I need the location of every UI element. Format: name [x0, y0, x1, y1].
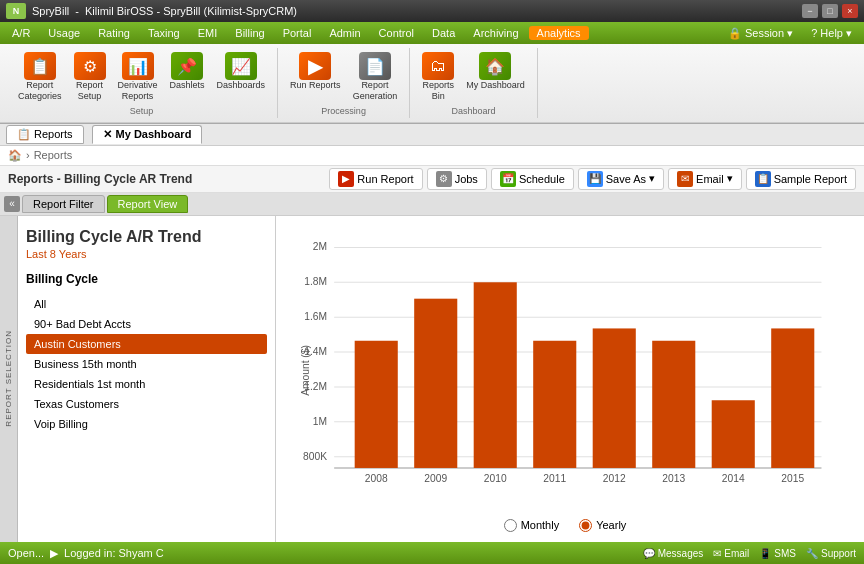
- run-reports-icon: ▶: [299, 52, 331, 80]
- svg-text:2012: 2012: [603, 473, 626, 484]
- collapse-button[interactable]: «: [4, 196, 20, 212]
- run-report-label: Run Report: [357, 173, 413, 185]
- sample-report-button[interactable]: 📋 Sample Report: [746, 168, 856, 190]
- email-button[interactable]: ✉ Email ▾: [668, 168, 742, 190]
- ribbon-content: 📋 ReportCategories ⚙ ReportSetup 📊 Deriv…: [0, 44, 864, 123]
- dashboard-group-label: Dashboard: [451, 106, 495, 116]
- menu-usage[interactable]: Usage: [40, 25, 88, 41]
- tab-report-view[interactable]: Report View: [107, 195, 189, 213]
- radio-yearly-label[interactable]: Yearly: [579, 519, 626, 532]
- menu-portal[interactable]: Portal: [275, 25, 320, 41]
- tab-report-filter[interactable]: Report Filter: [22, 195, 105, 213]
- svg-text:2M: 2M: [313, 241, 327, 252]
- open-arrow-icon[interactable]: ▶: [50, 547, 58, 560]
- svg-text:1M: 1M: [313, 415, 327, 426]
- run-report-button[interactable]: ▶ Run Report: [329, 168, 422, 190]
- ribbon-setup-buttons: 📋 ReportCategories ⚙ ReportSetup 📊 Deriv…: [14, 50, 269, 104]
- reports-bin-button[interactable]: 🗂 ReportsBin: [418, 50, 458, 104]
- svg-text:800K: 800K: [303, 450, 327, 461]
- menu-taxing[interactable]: Taxing: [140, 25, 188, 41]
- run-reports-label: Run Reports: [290, 80, 341, 91]
- report-categories-button[interactable]: 📋 ReportCategories: [14, 50, 66, 104]
- tab-reports[interactable]: 📋 Reports: [6, 125, 84, 144]
- sms-item[interactable]: 📱 SMS: [759, 548, 796, 559]
- sms-label: SMS: [774, 548, 796, 559]
- dashlets-icon: 📌: [171, 52, 203, 80]
- tab-my-dashboard[interactable]: ✕ My Dashboard: [92, 125, 203, 144]
- support-label: Support: [821, 548, 856, 559]
- messages-label: Messages: [658, 548, 704, 559]
- report-generation-button[interactable]: 📄 ReportGeneration: [349, 50, 402, 104]
- radio-monthly-label[interactable]: Monthly: [504, 519, 560, 532]
- svg-text:2009: 2009: [424, 473, 447, 484]
- menu-help[interactable]: ? Help ▾: [803, 25, 860, 42]
- menu-data[interactable]: Data: [424, 25, 463, 41]
- derivative-reports-label: DerivativeReports: [118, 80, 158, 102]
- filter-all[interactable]: All: [26, 294, 267, 314]
- filter-texas[interactable]: Texas Customers: [26, 394, 267, 414]
- email-label: Email: [696, 173, 724, 185]
- breadcrumb: 🏠 › Reports: [0, 146, 864, 166]
- bar-2013: [652, 340, 695, 467]
- report-view-toolbar: « Report Filter Report View: [0, 193, 864, 216]
- bar-2010: [474, 282, 517, 468]
- radio-yearly[interactable]: [579, 519, 592, 532]
- report-categories-icon: 📋: [24, 52, 56, 80]
- filter-voip[interactable]: Voip Billing: [26, 414, 267, 434]
- dashboards-icon: 📈: [225, 52, 257, 80]
- my-dashboard-icon: 🏠: [479, 52, 511, 80]
- bar-chart: 2M 1.8M 1.6M 1.4M 1.2M 1M 800K Amount ($…: [286, 232, 844, 509]
- menu-session[interactable]: 🔒 Session ▾: [720, 25, 801, 42]
- ribbon-dashboard-buttons: 🗂 ReportsBin 🏠 My Dashboard: [418, 50, 529, 104]
- jobs-button[interactable]: ⚙ Jobs: [427, 168, 487, 190]
- my-dashboard-label: My Dashboard: [466, 80, 525, 91]
- breadcrumb-reports[interactable]: Reports: [34, 149, 73, 161]
- run-report-icon: ▶: [338, 171, 354, 187]
- filter-bad-debt[interactable]: 90+ Bad Debt Accts: [26, 314, 267, 334]
- report-setup-button[interactable]: ⚙ ReportSetup: [70, 50, 110, 104]
- dashlets-button[interactable]: 📌 Dashlets: [166, 50, 209, 104]
- derivative-reports-button[interactable]: 📊 DerivativeReports: [114, 50, 162, 104]
- schedule-label: Schedule: [519, 173, 565, 185]
- menu-ar[interactable]: A/R: [4, 25, 38, 41]
- messages-icon: 💬: [643, 548, 655, 559]
- logged-in-label: Logged in: Shyam C: [64, 547, 164, 559]
- run-reports-button[interactable]: ▶ Run Reports: [286, 50, 345, 104]
- filter-residentials[interactable]: Residentials 1st month: [26, 374, 267, 394]
- filter-panel: Billing Cycle A/R Trend Last 8 Years Bil…: [18, 216, 276, 542]
- svg-text:1.8M: 1.8M: [304, 276, 327, 287]
- menu-emi[interactable]: EMI: [190, 25, 226, 41]
- schedule-icon: 📅: [500, 171, 516, 187]
- sms-icon: 📱: [759, 548, 771, 559]
- close-button[interactable]: ×: [842, 4, 858, 18]
- menu-admin[interactable]: Admin: [321, 25, 368, 41]
- breadcrumb-home-icon[interactable]: 🏠: [8, 149, 22, 162]
- filter-business-15th[interactable]: Business 15th month: [26, 354, 267, 374]
- support-item[interactable]: 🔧 Support: [806, 548, 856, 559]
- save-as-icon: 💾: [587, 171, 603, 187]
- menu-analytics[interactable]: Analytics: [529, 26, 589, 40]
- menu-control[interactable]: Control: [371, 25, 422, 41]
- minimize-button[interactable]: −: [802, 4, 818, 18]
- maximize-button[interactable]: □: [822, 4, 838, 18]
- status-right: 💬 Messages ✉ Email 📱 SMS 🔧 Support: [643, 548, 856, 559]
- jobs-label: Jobs: [455, 173, 478, 185]
- save-as-dropdown-icon: ▾: [649, 172, 655, 185]
- report-title: Reports - Billing Cycle AR Trend: [8, 172, 325, 186]
- ribbon-group-setup: 📋 ReportCategories ⚙ ReportSetup 📊 Deriv…: [6, 48, 278, 118]
- email-icon: ✉: [677, 171, 693, 187]
- schedule-button[interactable]: 📅 Schedule: [491, 168, 574, 190]
- save-as-button[interactable]: 💾 Save As ▾: [578, 168, 664, 190]
- radio-monthly[interactable]: [504, 519, 517, 532]
- dashboards-button[interactable]: 📈 Dashboards: [213, 50, 270, 104]
- menu-billing[interactable]: Billing: [227, 25, 272, 41]
- open-label[interactable]: Open...: [8, 547, 44, 559]
- email-status-item[interactable]: ✉ Email: [713, 548, 749, 559]
- menu-archiving[interactable]: Archiving: [465, 25, 526, 41]
- my-dashboard-button[interactable]: 🏠 My Dashboard: [462, 50, 529, 104]
- messages-item[interactable]: 💬 Messages: [643, 548, 704, 559]
- status-bar: Open... ▶ Logged in: Shyam C 💬 Messages …: [0, 542, 864, 564]
- menu-rating[interactable]: Rating: [90, 25, 138, 41]
- filter-austin[interactable]: Austin Customers: [26, 334, 267, 354]
- svg-text:2014: 2014: [722, 473, 745, 484]
